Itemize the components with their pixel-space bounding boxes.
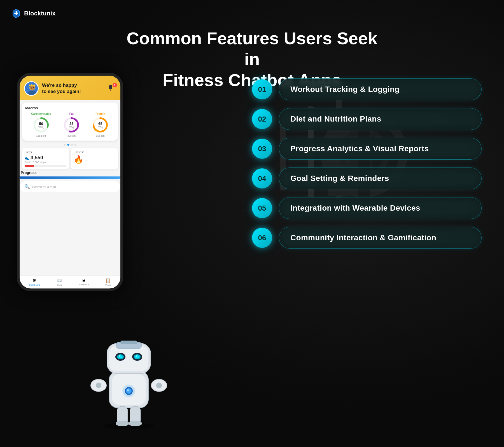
- macros-title: Macros: [25, 106, 115, 110]
- fat-ring: 35 /65g: [63, 117, 80, 133]
- feature-item-3: 03Progress Analytics & Visual Reports: [252, 138, 482, 160]
- robot-svg: [84, 324, 174, 430]
- feature-item-1: 01Workout Tracking & Logging: [252, 78, 482, 100]
- feature-number-5: 05: [252, 198, 272, 218]
- feature-box-5: Integration with Wearable Devices: [279, 197, 482, 219]
- feature-box-4: Goal Setting & Reminders: [279, 167, 482, 189]
- feature-text-5: Integration with Wearable Devices: [290, 204, 420, 212]
- greeting-message: We're so happyto see you again!: [42, 82, 104, 95]
- phone-screen: We're so happyto see you again! 9 Macros…: [20, 76, 120, 288]
- protein-left: 20g left: [96, 134, 105, 137]
- feature-text-6: Community Interaction & Gamification: [290, 233, 436, 242]
- svg-point-36: [127, 389, 129, 391]
- svg-point-52: [116, 421, 129, 426]
- plans-icon: 📋: [105, 278, 111, 283]
- feature-number-6: 06: [252, 228, 272, 248]
- feature-number-4: 04: [252, 168, 272, 188]
- exercise-icon: 🔥: [74, 155, 115, 164]
- feature-text-2: Diet and Nutrition Plans: [290, 115, 381, 123]
- feature-text-4: Goal Setting & Reminders: [290, 174, 389, 183]
- nav-active-indicator: [29, 287, 40, 287]
- dashboard-icon: ⊞: [33, 278, 36, 283]
- features-list: 01Workout Tracking & Logging02Diet and N…: [252, 78, 482, 249]
- carbs-label: Carbohydrates: [31, 112, 51, 115]
- macro-carbohydrates: Carbohydrates 50 /165g 115g left: [31, 112, 51, 137]
- fat-left: 30g left: [67, 134, 76, 137]
- progress-label: Progress: [20, 171, 120, 176]
- svg-rect-11: [14, 13, 18, 14]
- nav-dashboard-label: Dashboard: [29, 284, 40, 286]
- search-icon: 🔍: [24, 184, 30, 189]
- bottom-nav: ⊞ Dashboard 📖 Diary 🖥 Newsfeed 📋 Plans: [20, 275, 120, 288]
- protein-label: Protein: [95, 112, 105, 115]
- steps-value: 3,550: [31, 155, 43, 161]
- feature-text-1: Workout Tracking & Logging: [290, 85, 400, 94]
- macro-protein: Protein 65 /85g 20g left: [92, 112, 109, 137]
- svg-point-17: [33, 87, 34, 88]
- svg-point-35: [126, 388, 132, 394]
- macros-card: Macros Carbohydrates 50 /165g: [22, 103, 118, 141]
- diary-icon: 📖: [57, 278, 62, 283]
- nav-diary[interactable]: 📖 Diary: [57, 278, 62, 287]
- feature-item-2: 02Diet and Nutrition Plans: [252, 108, 482, 130]
- svg-point-29: [96, 383, 101, 388]
- nav-newsfeed-label: Newsfeed: [79, 283, 89, 286]
- phone-mockup: We're so happyto see you again! 9 Macros…: [17, 73, 134, 291]
- steps-icon: 👟: [25, 156, 29, 160]
- dot-1: [64, 144, 66, 146]
- carbs-left: 115g left: [36, 134, 46, 137]
- steps-progress-fill: [25, 165, 34, 167]
- greeting-text: We're so happyto see you again!: [42, 82, 104, 95]
- dot-3: [71, 144, 73, 146]
- nav-dashboard[interactable]: ⊞ Dashboard: [29, 278, 40, 287]
- avatar: [24, 81, 39, 96]
- feature-number-2: 02: [252, 109, 272, 129]
- carousel-dots: [20, 143, 120, 147]
- nav-plans[interactable]: 📋 Plans: [105, 278, 111, 287]
- progress-blue-bar: [20, 176, 120, 179]
- carbs-ring: 50 /165g: [33, 117, 50, 133]
- svg-point-49: [136, 355, 137, 357]
- nav-diary-label: Diary: [57, 284, 62, 286]
- feature-item-5: 05Integration with Wearable Devices: [252, 197, 482, 219]
- exercise-card: Exercise 🔥: [71, 148, 118, 169]
- protein-ring: 65 /85g: [92, 117, 109, 133]
- steps-progress-bg: [25, 165, 66, 167]
- dot-4: [74, 144, 76, 146]
- notification-badge: 9: [113, 83, 117, 87]
- svg-point-48: [119, 355, 120, 357]
- macros-row: Carbohydrates 50 /165g 115g left: [25, 112, 115, 137]
- feature-box-2: Diet and Nutrition Plans: [279, 108, 482, 130]
- steps-card: Steps 👟 3,550 Goal: 15,000 steps: [22, 148, 69, 169]
- notification-bell[interactable]: 9: [107, 84, 116, 93]
- brand-name: Blocktunix: [24, 10, 55, 17]
- exercise-label: Exercise: [74, 151, 115, 154]
- feature-number-3: 03: [252, 139, 272, 159]
- feature-box-1: Workout Tracking & Logging: [279, 78, 482, 100]
- newsfeed-icon: 🖥: [81, 278, 86, 283]
- feature-number-1: 01: [252, 79, 272, 99]
- robot-figure: [84, 324, 174, 430]
- phone-greeting-area: We're so happyto see you again! 9: [20, 76, 120, 100]
- search-placeholder-text: Search for a food: [32, 185, 56, 188]
- feature-text-3: Progress Analytics & Visual Reports: [290, 144, 429, 153]
- svg-rect-39: [109, 346, 148, 371]
- svg-point-53: [129, 421, 142, 426]
- nav-newsfeed[interactable]: 🖥 Newsfeed: [79, 278, 89, 287]
- feature-box-6: Community Interaction & Gamification: [279, 227, 482, 249]
- svg-rect-41: [120, 341, 137, 344]
- header: Blocktunix: [11, 8, 55, 18]
- steps-label: Steps: [25, 151, 66, 154]
- macro-fat: Fat 35 /65g 30g left: [63, 112, 80, 137]
- svg-point-16: [31, 87, 32, 88]
- steps-goal: Goal: 15,000 steps: [25, 161, 66, 164]
- svg-point-30: [156, 383, 162, 388]
- phone-frame: We're so happyto see you again! 9 Macros…: [17, 73, 123, 291]
- feature-item-6: 06Community Interaction & Gamification: [252, 227, 482, 249]
- food-search-bar[interactable]: 🔍 Search for a food: [20, 181, 120, 192]
- nav-plans-label: Plans: [105, 284, 111, 286]
- feature-item-4: 04Goal Setting & Reminders: [252, 167, 482, 189]
- feature-box-3: Progress Analytics & Visual Reports: [279, 138, 482, 160]
- stats-row: Steps 👟 3,550 Goal: 15,000 steps Exercis…: [22, 148, 118, 169]
- dot-2-active: [67, 144, 69, 146]
